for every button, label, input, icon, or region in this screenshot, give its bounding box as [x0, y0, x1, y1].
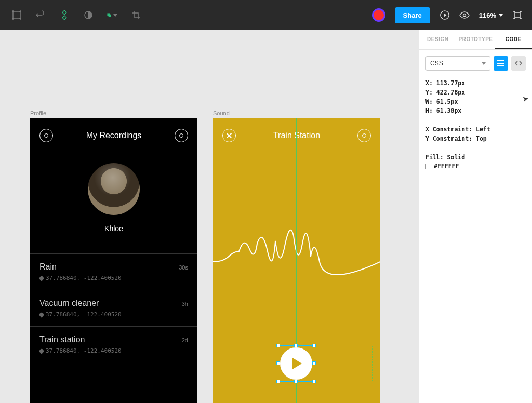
avatar[interactable] — [88, 163, 140, 215]
language-value: CSS — [430, 60, 443, 67]
resize-handle[interactable] — [312, 380, 316, 383]
resize-handle[interactable] — [294, 380, 298, 383]
pin-icon — [38, 275, 44, 281]
sound-header: Train Station — [213, 118, 380, 147]
play-icon[interactable] — [280, 347, 312, 380]
inspector-panel: DESIGN PROTOTYPE CODE CSS X: 113.77px Y:… — [419, 30, 532, 403]
share-button[interactable]: Share — [395, 7, 430, 23]
recording-duration: 3h — [182, 301, 188, 307]
profile-header: My Recordings — [30, 118, 197, 147]
canvas-area[interactable]: Profile My Recordings Khloe Rain30s 37.7… — [0, 30, 419, 403]
combine-icon[interactable] — [107, 10, 117, 20]
record-icon[interactable] — [372, 8, 385, 22]
inspector-body: CSS X: 113.77px Y: 422.78px W: 61.5px H:… — [419, 50, 532, 178]
recording-coords: 37.786840, -122.400520 — [39, 347, 188, 354]
svg-rect-0 — [13, 11, 20, 19]
list-view-button[interactable] — [494, 56, 508, 71]
resize-handle[interactable] — [276, 380, 280, 383]
inspector-tabs: DESIGN PROTOTYPE CODE — [419, 30, 532, 50]
eye-icon[interactable] — [459, 10, 470, 20]
tab-prototype[interactable]: PROTOTYPE — [457, 30, 495, 49]
resize-handle[interactable] — [312, 361, 316, 365]
undo-icon[interactable] — [35, 10, 46, 20]
recording-duration: 2d — [182, 337, 188, 343]
resize-handle[interactable] — [276, 344, 280, 347]
artboard-label-sound[interactable]: Sound — [213, 110, 230, 116]
contrast-icon[interactable] — [83, 10, 94, 20]
record-target-icon[interactable] — [39, 129, 53, 142]
artboard-label-profile[interactable]: Profile — [30, 110, 46, 116]
close-icon[interactable] — [222, 129, 236, 142]
recording-coords: 37.786840, -122.400520 — [39, 311, 188, 318]
recording-name: Rain — [39, 262, 57, 272]
toolbar-right-group: Share 116% — [372, 7, 532, 23]
recording-name: Vacuum cleaner — [39, 299, 99, 308]
resize-handle[interactable] — [312, 344, 316, 347]
list-item[interactable]: Vacuum cleaner3h 37.786840, -122.400520 — [30, 290, 197, 326]
zoom-level[interactable]: 116% — [479, 11, 503, 19]
profile-title: My Recordings — [86, 131, 142, 140]
export-icon[interactable] — [512, 10, 523, 20]
username: Khloe — [30, 224, 197, 233]
svg-rect-3 — [109, 15, 111, 17]
artboard-sound[interactable]: Train Station — [213, 118, 380, 403]
location-icon[interactable] — [357, 129, 371, 142]
code-view-button[interactable] — [511, 56, 526, 71]
svg-rect-6 — [515, 12, 520, 18]
toolbar-left-group — [0, 10, 141, 20]
artboard-icon[interactable] — [11, 10, 22, 20]
recording-duration: 30s — [179, 264, 188, 271]
tab-design[interactable]: DESIGN — [419, 30, 457, 49]
tab-code[interactable]: CODE — [495, 30, 533, 49]
play-button-selected[interactable] — [280, 347, 313, 380]
list-item[interactable]: Rain30s 37.786840, -122.400520 — [30, 253, 197, 290]
location-icon[interactable] — [175, 129, 188, 142]
preview-icon[interactable] — [440, 10, 450, 20]
recording-name: Train station — [39, 335, 85, 344]
chevron-down-icon — [482, 62, 486, 65]
properties-readout: X: 113.77px Y: 422.78px W: 61.5px H: 61.… — [425, 79, 526, 171]
top-toolbar: Share 116% — [0, 0, 532, 30]
svg-point-5 — [463, 14, 466, 17]
waveform-icon — [213, 220, 380, 288]
artboard-profile[interactable]: My Recordings Khloe Rain30s 37.786840, -… — [30, 118, 197, 403]
align-icon[interactable] — [59, 10, 70, 20]
sound-title: Train Station — [273, 131, 320, 140]
crop-icon[interactable] — [131, 10, 141, 20]
list-item[interactable]: Train station2d 37.786840, -122.400520 — [30, 326, 197, 362]
resize-handle[interactable] — [294, 344, 298, 347]
pin-icon — [38, 348, 44, 354]
language-select[interactable]: CSS — [425, 56, 490, 71]
pin-icon — [38, 312, 44, 317]
recording-coords: 37.786840, -122.400520 — [39, 275, 188, 281]
resize-handle[interactable] — [276, 361, 280, 365]
zoom-value: 116% — [479, 11, 496, 19]
fill-swatch[interactable] — [425, 164, 431, 169]
